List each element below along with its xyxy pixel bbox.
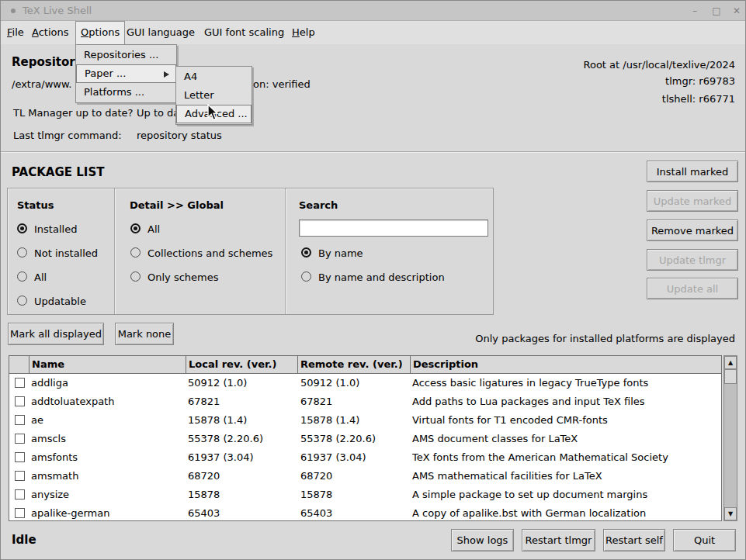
search-input[interactable] xyxy=(299,220,488,237)
table-row[interactable]: amscls 55378 (2.20.6) 55378 (2.20.6) AMS… xyxy=(9,430,721,448)
table-row[interactable]: ae 15878 (1.4) 15878 (1.4) Virtual fonts… xyxy=(9,411,721,430)
app-icon xyxy=(11,9,16,13)
package-checkbox[interactable] xyxy=(15,434,25,444)
cell-description: AMS document classes for LaTeX xyxy=(412,430,578,448)
cell-local: 15878 xyxy=(188,486,220,504)
radio-detail-collections[interactable] xyxy=(130,247,141,258)
table-row[interactable]: addtoluatexpath 67821 67821 Add paths to… xyxy=(9,392,721,411)
menu-item-repositories[interactable]: Repositories ... xyxy=(76,46,176,64)
cell-description: TeX fonts from the American Mathematical… xyxy=(412,448,668,467)
radio-status-all-label[interactable]: All xyxy=(34,271,47,283)
separator xyxy=(1,151,746,153)
restart-tlmgr-button[interactable]: Restart tlmgr xyxy=(522,529,595,551)
radio-status-installed-label[interactable]: Installed xyxy=(34,223,77,235)
cell-remote: 61937 (3.04) xyxy=(300,448,366,467)
package-checkbox[interactable] xyxy=(15,471,25,481)
update-tlmgr-button: Update tlmgr xyxy=(647,249,738,271)
menubar: File Actions Options GUI language GUI fo… xyxy=(1,21,745,44)
scroll-up-icon[interactable]: ▲ xyxy=(724,356,737,369)
remove-marked-button[interactable]: Remove marked xyxy=(647,220,738,241)
package-checkbox[interactable] xyxy=(15,508,25,518)
package-checkbox[interactable] xyxy=(15,452,25,462)
cell-description: A copy of apalike.bst with German locali… xyxy=(412,504,646,521)
table-scrollbar[interactable]: ▲ ▼ xyxy=(723,355,737,521)
table-row[interactable]: apalike-german 65403 65403 A copy of apa… xyxy=(9,504,721,521)
menu-options[interactable]: Options xyxy=(75,21,125,44)
menu-item-paper[interactable]: Paper ... xyxy=(76,64,176,83)
scroll-down-icon[interactable]: ▼ xyxy=(724,507,737,520)
table-row[interactable]: amsmath 68720 68720 AMS mathematical fac… xyxy=(9,467,721,486)
quit-button[interactable]: Quit xyxy=(673,529,736,551)
menu-actions[interactable]: Actions xyxy=(27,21,74,44)
table-row[interactable]: anysize 15878 15878 A simple package to … xyxy=(9,486,721,504)
package-checkbox[interactable] xyxy=(15,415,25,425)
cell-local: 50912 (1.0) xyxy=(188,374,247,392)
menu-help[interactable]: Help xyxy=(287,21,320,44)
mark-none-button[interactable]: Mark none xyxy=(115,323,174,345)
uptodate-label: TL Manager up to date? xyxy=(13,107,133,119)
cell-name: anysize xyxy=(31,486,69,504)
radio-detail-collections-label[interactable]: Collections and schemes xyxy=(147,247,272,259)
header-description[interactable]: Description xyxy=(410,356,722,374)
package-checkbox[interactable] xyxy=(15,489,25,500)
update-all-button: Update all xyxy=(647,278,738,299)
mouse-cursor-icon xyxy=(207,104,219,121)
header-local-rev[interactable]: Local rev. (ver.) xyxy=(186,356,297,374)
radio-search-by-name-label[interactable]: By name xyxy=(318,247,363,259)
close-button[interactable]: ✕ xyxy=(727,1,746,21)
table-row[interactable]: amsfonts 61937 (3.04) 61937 (3.04) TeX f… xyxy=(9,448,721,467)
radio-status-all[interactable] xyxy=(17,271,27,282)
radio-detail-all-label[interactable]: All xyxy=(147,223,160,235)
show-logs-button[interactable]: Show logs xyxy=(451,529,514,551)
cell-local: 67821 xyxy=(188,392,220,411)
cell-description: AMS mathematical facilities for LaTeX xyxy=(412,467,602,486)
package-table: Name Local rev. (ver.) Remote rev. (ver.… xyxy=(9,355,722,521)
restart-self-button[interactable]: Restart self xyxy=(603,529,665,551)
cell-name: amscls xyxy=(31,430,66,448)
menu-item-platforms[interactable]: Platforms ... xyxy=(76,83,176,102)
mark-all-displayed-button[interactable]: Mark all displayed xyxy=(8,323,104,345)
last-command-label: Last tlmgr command: xyxy=(13,130,122,141)
radio-status-not-installed-label[interactable]: Not installed xyxy=(34,247,98,259)
radio-status-updatable[interactable] xyxy=(17,296,27,306)
table-row[interactable]: addliga 50912 (1.0) 50912 (1.0) Access b… xyxy=(9,374,721,392)
cell-remote: 50912 (1.0) xyxy=(300,374,359,392)
package-checkbox[interactable] xyxy=(15,396,25,406)
cell-local: 68720 xyxy=(188,467,220,486)
menu-gui-font-scaling[interactable]: GUI font scaling xyxy=(200,21,289,44)
detail-label: Detail >> Global xyxy=(130,199,224,211)
header-checkbox-col xyxy=(9,356,29,374)
radio-detail-all[interactable] xyxy=(130,223,141,233)
scrollbar-thumb[interactable] xyxy=(724,369,737,384)
panel-separator xyxy=(114,188,116,314)
titlebar: TeX Live Shell – □ ✕ xyxy=(1,1,745,21)
radio-status-not-installed[interactable] xyxy=(17,247,27,258)
install-marked-button[interactable]: Install marked xyxy=(647,161,738,182)
cell-local: 61937 (3.04) xyxy=(188,448,254,467)
cell-local: 65403 xyxy=(188,504,220,521)
cell-local: 55378 (2.20.6) xyxy=(188,430,263,448)
header-remote-rev[interactable]: Remote rev. (ver.) xyxy=(297,356,410,374)
radio-detail-schemes[interactable] xyxy=(130,271,141,282)
cell-name: apalike-german xyxy=(31,504,109,521)
radio-status-installed[interactable] xyxy=(17,223,27,233)
radio-search-by-name-desc-label[interactable]: By name and description xyxy=(318,271,445,283)
panel-separator xyxy=(285,188,286,314)
menu-item-letter[interactable]: Letter xyxy=(176,86,252,105)
header-name[interactable]: Name xyxy=(29,356,186,374)
radio-search-by-name-desc[interactable] xyxy=(301,271,311,282)
status-text: Idle xyxy=(12,533,36,547)
menu-file[interactable]: File xyxy=(2,21,29,44)
package-checkbox[interactable] xyxy=(15,378,25,388)
window-title: TeX Live Shell xyxy=(23,1,92,21)
filter-panel: Status Installed Not installed All Updat… xyxy=(7,188,494,315)
radio-search-by-name[interactable] xyxy=(301,247,311,258)
minimize-button[interactable]: – xyxy=(685,1,704,21)
cell-name: addtoluatexpath xyxy=(31,392,114,411)
maximize-button[interactable]: □ xyxy=(707,1,726,21)
menu-gui-language[interactable]: GUI language xyxy=(122,21,200,44)
menu-item-a4[interactable]: A4 xyxy=(176,67,252,86)
radio-detail-schemes-label[interactable]: Only schemes xyxy=(147,271,219,283)
radio-status-updatable-label[interactable]: Updatable xyxy=(34,296,86,307)
cell-name: amsfonts xyxy=(31,448,78,467)
